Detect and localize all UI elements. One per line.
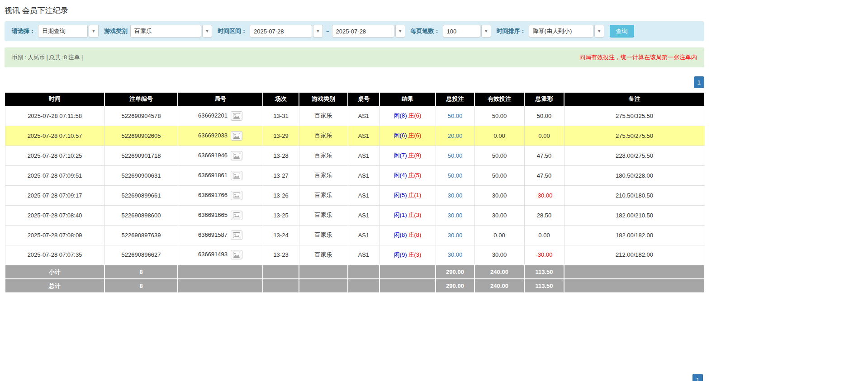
- cell-note: 182.00/210.50: [564, 205, 705, 225]
- cell-payout: 47.50: [524, 165, 564, 185]
- cell-bet-id: 522690897639: [104, 225, 178, 245]
- page-size-label: 每页笔数：: [411, 27, 440, 35]
- cell-valid-bet: 0.00: [474, 126, 524, 146]
- round-detail-icon[interactable]: [231, 250, 242, 259]
- cell-result: 闲(8)庄(6): [379, 106, 436, 126]
- round-detail-icon[interactable]: [231, 131, 242, 141]
- cell-result: 闲(5)庄(1): [379, 185, 436, 205]
- round-detail-icon[interactable]: [231, 230, 242, 240]
- table-row: 2025-07-28 07:08:09 522690897639 6366915…: [5, 225, 705, 245]
- round-detail-icon[interactable]: [231, 171, 242, 180]
- column-header: 总派彩: [524, 93, 564, 106]
- cell-bet-id: 522690904578: [104, 106, 178, 126]
- table-row: 2025-07-28 07:08:40 522690898600 6366916…: [5, 205, 705, 225]
- cell-round: 636692033: [178, 126, 263, 146]
- column-header: 时间: [5, 93, 104, 106]
- cell-bet-id: 522690899661: [104, 185, 178, 205]
- cell-session: 13-28: [263, 146, 299, 165]
- round-detail-icon[interactable]: [231, 191, 242, 200]
- chevron-down-icon[interactable]: ▼: [481, 25, 491, 38]
- empty-cell: [178, 279, 263, 293]
- empty-cell: [379, 279, 436, 293]
- cell-time: 2025-07-28 07:08:09: [5, 225, 104, 245]
- chevron-down-icon[interactable]: ▼: [313, 25, 323, 38]
- game-type-select[interactable]: 百家乐 ▼: [130, 25, 212, 38]
- cell-game-type: 百家乐: [299, 106, 348, 126]
- cell-result: 闲(7)庄(9): [379, 146, 436, 165]
- sort-select[interactable]: 降幂(由大到小) ▼: [529, 25, 604, 38]
- cell-time: 2025-07-28 07:10:57: [5, 126, 104, 146]
- query-type-select[interactable]: 日期查询 ▼: [38, 25, 99, 38]
- empty-cell: [379, 265, 436, 279]
- table-row: 2025-07-28 07:10:25 522690901718 6366919…: [5, 146, 705, 165]
- cell-note: 182.00/182.00: [564, 225, 705, 245]
- cell-valid-bet: 50.00: [474, 165, 524, 185]
- cell-round: 636691493: [178, 245, 263, 265]
- round-number: 636691766: [198, 191, 228, 198]
- cell-table-number: AS1: [348, 106, 379, 126]
- cell-round: 636691861: [178, 165, 263, 185]
- round-detail-icon[interactable]: [231, 151, 242, 160]
- cell-total-bet[interactable]: 50.00: [436, 146, 474, 165]
- pagination-page-1[interactable]: 1: [693, 374, 703, 381]
- page-size-value[interactable]: 100: [443, 25, 480, 38]
- date-to-select[interactable]: 2025-07-28 ▼: [332, 25, 405, 38]
- date-from-value[interactable]: 2025-07-28: [250, 25, 312, 38]
- query-type-value[interactable]: 日期查询: [38, 25, 88, 38]
- cell-payout: -30.00: [524, 245, 564, 265]
- column-header: 游戏类别: [299, 93, 348, 106]
- sort-value[interactable]: 降幂(由大到小): [529, 25, 593, 38]
- subtotal-row: 小计 8 290.00 240.00 113.50: [5, 265, 705, 279]
- result-player: 闲(6): [394, 132, 407, 139]
- column-header: 结果: [379, 93, 436, 106]
- empty-cell: [299, 265, 348, 279]
- date-from-select[interactable]: 2025-07-28 ▼: [250, 25, 323, 38]
- cell-total-bet[interactable]: 30.00: [436, 185, 474, 205]
- game-type-value[interactable]: 百家乐: [130, 25, 201, 38]
- table-row: 2025-07-28 07:10:57 522690902605 6366920…: [5, 126, 705, 146]
- result-player: 闲(9): [394, 251, 407, 258]
- chevron-down-icon[interactable]: ▼: [202, 25, 212, 38]
- column-header: 总投注: [436, 93, 474, 106]
- cell-bet-id: 522690896627: [104, 245, 178, 265]
- cell-total-bet[interactable]: 30.00: [436, 245, 474, 265]
- cell-total-bet[interactable]: 20.00: [436, 126, 474, 146]
- cell-bet-id: 522690902605: [104, 126, 178, 146]
- total-count: 8: [104, 279, 178, 293]
- table-row: 2025-07-28 07:07:35 522690896627 6366914…: [5, 245, 705, 265]
- cell-bet-id: 522690898600: [104, 205, 178, 225]
- cell-result: 闲(4)庄(5): [379, 165, 436, 185]
- column-header: 备注: [564, 93, 705, 106]
- chevron-down-icon[interactable]: ▼: [395, 25, 405, 38]
- date-to-value[interactable]: 2025-07-28: [332, 25, 394, 38]
- records-table: 时间注单编号局号场次游戏类别桌号结果总投注有效投注总派彩备注 2025-07-2…: [5, 93, 705, 293]
- table-header-row: 时间注单编号局号场次游戏类别桌号结果总投注有效投注总派彩备注: [5, 93, 705, 106]
- round-number: 636691946: [198, 151, 228, 158]
- result-player: 闲(4): [394, 172, 407, 179]
- total-label: 总计: [5, 279, 104, 293]
- result-banker: 庄(6): [408, 132, 422, 139]
- empty-cell: [178, 265, 263, 279]
- page-size-select[interactable]: 100 ▼: [443, 25, 491, 38]
- pagination-page-1[interactable]: 1: [694, 76, 704, 88]
- chevron-down-icon[interactable]: ▼: [594, 25, 604, 38]
- cell-total-bet[interactable]: 30.00: [436, 225, 474, 245]
- round-number: 636692033: [198, 132, 228, 138]
- search-button[interactable]: 查询: [610, 25, 634, 38]
- cell-table-number: AS1: [348, 146, 379, 165]
- cell-valid-bet: 50.00: [474, 106, 524, 126]
- result-player: 闲(5): [394, 192, 407, 198]
- chevron-down-icon[interactable]: ▼: [89, 25, 99, 38]
- game-type-label: 游戏类别: [104, 27, 128, 35]
- select-label: 请选择：: [12, 27, 35, 35]
- empty-cell: [348, 265, 379, 279]
- cell-total-bet[interactable]: 30.00: [436, 205, 474, 225]
- round-number: 636691665: [198, 211, 228, 218]
- subtotal-label: 小计: [5, 265, 104, 279]
- empty-cell: [263, 265, 299, 279]
- cell-total-bet[interactable]: 50.00: [436, 165, 474, 185]
- cell-total-bet[interactable]: 50.00: [436, 106, 474, 126]
- round-detail-icon[interactable]: [231, 111, 242, 121]
- pagination-top: 1: [5, 76, 704, 88]
- round-detail-icon[interactable]: [231, 211, 242, 220]
